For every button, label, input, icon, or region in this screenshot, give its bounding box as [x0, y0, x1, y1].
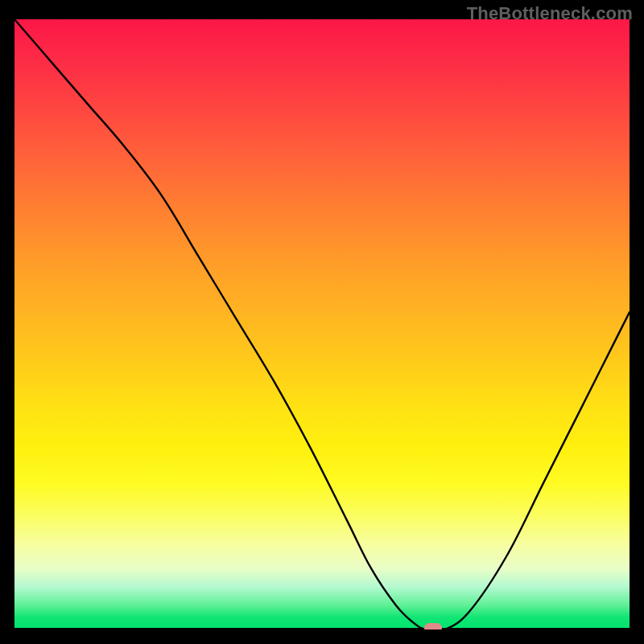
watermark-text: TheBottleneck.com: [467, 3, 633, 24]
bottleneck-curve: [14, 19, 630, 630]
plot-area: [14, 19, 630, 630]
optimal-point-marker: [424, 623, 442, 630]
x-axis-baseline: [14, 628, 630, 630]
chart-frame: TheBottleneck.com: [0, 0, 644, 644]
